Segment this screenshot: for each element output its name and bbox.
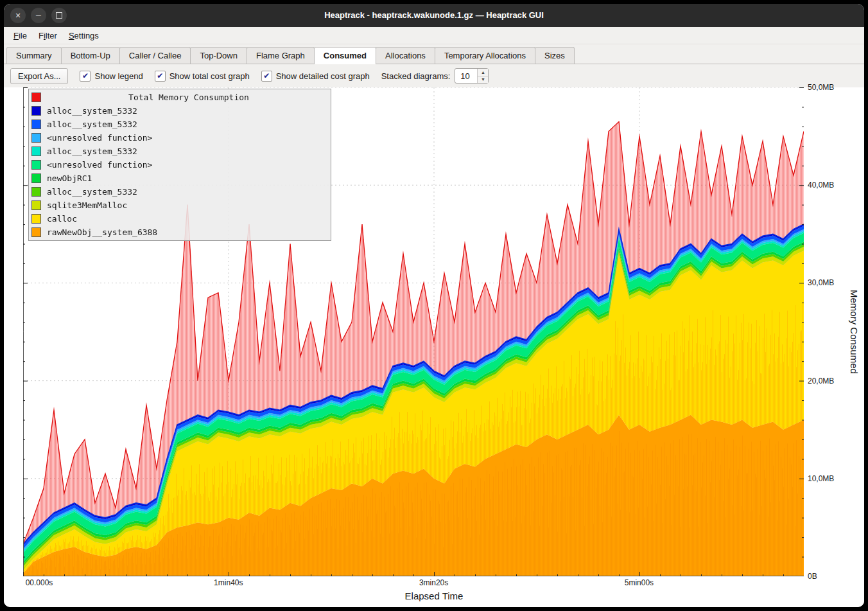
x-axis: 00.000s 1min40s 3min20s 5min00s: [23, 576, 804, 589]
x-axis-label: 3min20s: [419, 578, 448, 587]
tab-summary[interactable]: Summary: [6, 47, 62, 64]
chart-legend: Total Memory Consumption alloc__system_5…: [28, 89, 331, 241]
checkbox-label: Show legend: [94, 71, 143, 81]
show-detailed-cost-graph-checkbox[interactable]: ✔ Show detailed cost graph: [261, 71, 370, 82]
legend-swatch: [31, 93, 41, 102]
close-button[interactable]: ✕: [10, 8, 26, 23]
legend-item: calloc: [29, 212, 331, 226]
x-axis-label: 1min40s: [214, 578, 243, 587]
stacked-diagrams-spinner[interactable]: 10 ▲ ▼: [455, 68, 489, 84]
legend-label: alloc__system_5332: [47, 187, 137, 197]
legend-item: alloc__system_5332: [29, 145, 331, 158]
y-axis-label: 50,0MB: [808, 83, 834, 92]
legend-label: <unresolved function>: [47, 160, 152, 170]
legend-swatch: [31, 160, 41, 170]
checkbox-check-icon: ✔: [261, 71, 272, 82]
x-axis-label: 5min00s: [625, 578, 654, 587]
legend-item: <unresolved function>: [29, 158, 331, 172]
y-axis-label: 20,0MB: [808, 376, 834, 385]
legend-label: sqlite3MemMalloc: [47, 200, 127, 210]
legend-item: <unresolved function>: [29, 131, 331, 145]
minimize-icon: ─: [36, 12, 41, 19]
minimize-button[interactable]: ─: [31, 8, 46, 23]
close-icon: ✕: [15, 12, 21, 20]
stacked-diagrams-group: Stacked diagrams: 10 ▲ ▼: [381, 68, 489, 84]
window-title: Heaptrack - heaptrack.wakunode.1.gz — He…: [4, 4, 864, 27]
tab-bottom-up[interactable]: Bottom-Up: [61, 47, 120, 64]
y-axis: 0B 10,0MB 20,0MB 30,0MB 40,0MB 50,0MB: [804, 87, 844, 576]
legend-title: Total Memory Consumption: [47, 93, 331, 102]
legend-item: alloc__system_5332: [29, 185, 331, 199]
tab-temporary-allocations[interactable]: Temporary Allocations: [435, 47, 535, 64]
tab-caller-callee[interactable]: Caller / Callee: [119, 47, 191, 64]
legend-label: alloc__system_5332: [47, 106, 137, 116]
heaptrack-window: ✕ ─ Heaptrack - heaptrack.wakunode.1.gz …: [4, 4, 864, 607]
y-axis-title: Memory Consumed: [849, 290, 860, 374]
tab-allocations[interactable]: Allocations: [376, 47, 435, 64]
checkbox-label: Show detailed cost graph: [276, 71, 370, 81]
legend-swatch: [31, 227, 41, 237]
legend-item: rawNewObj__system_6388: [29, 226, 331, 239]
legend-label: rawNewObj__system_6388: [47, 227, 157, 237]
show-total-cost-graph-checkbox[interactable]: ✔ Show total cost graph: [155, 71, 250, 82]
legend-swatch: [31, 120, 41, 129]
menu-filter[interactable]: Filter: [33, 29, 63, 42]
legend-item: sqlite3MemMalloc: [29, 199, 331, 212]
export-as-button[interactable]: Export As...: [10, 68, 68, 84]
y-axis-label: 10,0MB: [808, 474, 834, 483]
tab-top-down[interactable]: Top-Down: [190, 47, 247, 64]
legend-title-row: Total Memory Consumption: [29, 91, 331, 104]
y-axis-label: 30,0MB: [808, 278, 834, 287]
tab-sizes[interactable]: Sizes: [535, 47, 575, 64]
legend-label: alloc__system_5332: [47, 146, 137, 156]
legend-item: alloc__system_5332: [29, 104, 331, 118]
legend-label: calloc: [47, 214, 77, 224]
legend-swatch: [31, 146, 41, 156]
legend-label: newObjRC1: [47, 173, 92, 183]
tab-consumed[interactable]: Consumed: [314, 47, 376, 64]
legend-label: <unresolved function>: [47, 133, 152, 143]
x-axis-title: Elapsed Time: [4, 589, 864, 607]
maximize-icon: [56, 12, 62, 19]
menu-settings[interactable]: Settings: [63, 29, 105, 42]
checkbox-check-icon: ✔: [80, 71, 91, 82]
legend-label: alloc__system_5332: [47, 120, 137, 129]
maximize-button[interactable]: [51, 8, 67, 23]
legend-swatch: [31, 173, 41, 183]
titlebar: ✕ ─ Heaptrack - heaptrack.wakunode.1.gz …: [4, 4, 864, 27]
legend-item: newObjRC1: [29, 172, 331, 185]
menu-bar: File Filter Settings: [4, 27, 864, 44]
legend-swatch: [31, 187, 41, 197]
toolbar: Export As... ✔ Show legend ✔ Show total …: [4, 64, 864, 87]
menu-file[interactable]: File: [8, 29, 33, 42]
chart-region: Total Memory Consumption alloc__system_5…: [4, 87, 864, 607]
checkbox-check-icon: ✔: [155, 71, 166, 82]
spinner-value[interactable]: 10: [455, 69, 477, 83]
checkbox-label: Show total cost graph: [169, 71, 250, 81]
y-axis-label: 0B: [808, 572, 817, 581]
spin-down-icon[interactable]: ▼: [478, 76, 488, 84]
spinner-buttons: ▲ ▼: [477, 69, 488, 83]
legend-swatch: [31, 133, 41, 143]
y-axis-title-container: Memory Consumed: [844, 87, 864, 576]
show-legend-checkbox[interactable]: ✔ Show legend: [80, 71, 143, 82]
x-axis-label: 00.000s: [26, 578, 53, 587]
legend-swatch: [31, 214, 41, 224]
stacked-diagrams-label: Stacked diagrams:: [381, 71, 451, 81]
legend-swatch: [31, 106, 41, 116]
tab-bar: Summary Bottom-Up Caller / Callee Top-Do…: [4, 44, 864, 64]
legend-item: alloc__system_5332: [29, 118, 331, 131]
spin-up-icon[interactable]: ▲: [478, 69, 488, 76]
y-axis-label: 40,0MB: [808, 181, 834, 190]
tab-flame-graph[interactable]: Flame Graph: [247, 47, 315, 64]
window-controls: ✕ ─: [10, 8, 67, 23]
plot-area: Total Memory Consumption alloc__system_5…: [23, 87, 804, 576]
legend-swatch: [31, 200, 41, 210]
